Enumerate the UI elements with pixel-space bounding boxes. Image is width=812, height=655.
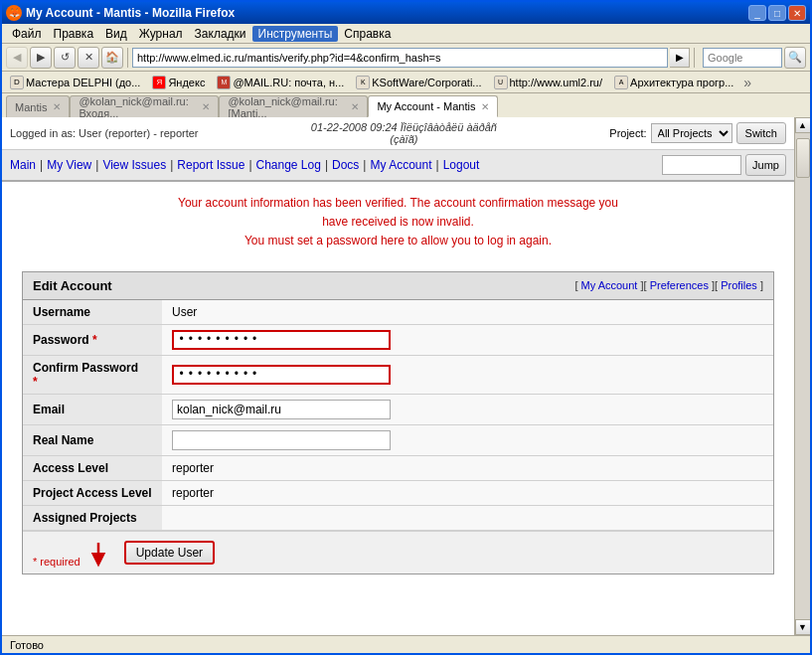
status-text: Готово <box>10 639 44 651</box>
bookmark-1[interactable]: D Мастера DELPHI (до... <box>6 75 144 90</box>
verify-line3: You must set a password here to allow yo… <box>22 232 774 250</box>
nav-myview[interactable]: My View <box>47 158 91 172</box>
tab-close-mantis[interactable]: ✕ <box>53 101 61 112</box>
label-accesslevel: Access Level <box>23 455 162 480</box>
value-realname <box>162 424 773 455</box>
scroll-down-button[interactable]: ▼ <box>795 619 811 635</box>
menu-edit[interactable]: Правка <box>48 26 100 42</box>
scrollbar: ▲ ▼ <box>794 117 810 635</box>
minimize-button[interactable]: _ <box>748 5 766 21</box>
nav-logout[interactable]: Logout <box>443 158 480 172</box>
jump-input[interactable] <box>662 155 741 175</box>
value-password <box>162 324 773 355</box>
field-confirm-password: Confirm Password * <box>23 355 773 394</box>
project-selector: Project: All Projects Switch <box>609 122 786 144</box>
maximize-button[interactable]: □ <box>768 5 786 21</box>
bookmarks-bar: D Мастера DELPHI (до... Я Яндекс M @MAIL… <box>2 72 810 93</box>
tab-mantis[interactable]: Mantis ✕ <box>6 95 70 117</box>
nav-docs[interactable]: Docs <box>332 158 359 172</box>
bookmark-4[interactable]: K KSoftWare/Corporati... <box>352 75 485 90</box>
tab-close-kolan2[interactable]: ✕ <box>351 101 359 112</box>
bookmarks-more[interactable]: » <box>743 75 751 90</box>
switch-button[interactable]: Switch <box>736 122 786 144</box>
label-username: Username <box>23 300 162 325</box>
menu-view[interactable]: Вид <box>99 26 133 42</box>
nav-myaccount[interactable]: My Account <box>370 158 431 172</box>
project-select[interactable]: All Projects <box>651 123 732 143</box>
form-title: Edit Account <box>33 278 112 293</box>
toolbar-separator-1 <box>127 48 128 68</box>
tab-kolan2[interactable]: @kolan_nick@mail.ru: [Manti... ✕ <box>219 95 368 117</box>
realname-input[interactable] <box>172 430 391 450</box>
update-user-button[interactable]: Update User <box>124 541 215 565</box>
forward-button[interactable]: ▶ <box>30 47 52 69</box>
logged-in-text: Logged in as: User (reporter) - reporter <box>10 127 199 139</box>
search-button[interactable]: 🔍 <box>784 47 806 69</box>
field-password: Password * <box>23 324 773 355</box>
label-realname: Real Name <box>23 424 162 455</box>
reload-button[interactable]: ↺ <box>54 47 76 69</box>
jump-button[interactable]: Jump <box>745 154 786 176</box>
bookmark-3[interactable]: M @MAIL.RU: почта, н... <box>213 75 348 90</box>
profiles-link[interactable]: Profiles <box>721 279 757 291</box>
password-input[interactable] <box>172 330 391 350</box>
form-header: Edit Account [ My Account ][ Preferences… <box>23 272 773 300</box>
tab-close-kolan1[interactable]: ✕ <box>202 101 210 112</box>
tab-label-myaccount: My Account - Mantis <box>377 100 475 112</box>
myaccount-link[interactable]: My Account <box>581 279 638 291</box>
email-input[interactable] <box>172 400 391 419</box>
scroll-track[interactable] <box>795 133 811 619</box>
field-email: Email <box>23 394 773 424</box>
tab-kolan1[interactable]: @kolan_nick@mail.ru: Входя... ✕ <box>70 95 219 117</box>
nav-reportissue[interactable]: Report Issue <box>177 158 244 172</box>
form-footer: * required Update User <box>23 531 773 573</box>
window-title: My Account - Mantis - Mozilla Firefox <box>26 6 235 20</box>
field-projectaccesslevel: Project Access Level reporter <box>23 480 773 505</box>
go-button[interactable]: ▶ <box>670 48 690 68</box>
label-password: Password * <box>23 324 162 355</box>
datetime-line2: (çàïã) <box>311 133 497 145</box>
label-confirm-password: Confirm Password * <box>23 355 162 394</box>
menu-history[interactable]: Журнал <box>133 26 189 42</box>
nav-main[interactable]: Main <box>10 158 36 172</box>
bookmark-icon-1: D <box>10 76 24 89</box>
menu-tools[interactable]: Инструменты <box>252 26 339 42</box>
tab-close-myaccount[interactable]: ✕ <box>481 101 489 112</box>
search-input[interactable] <box>703 48 782 68</box>
bookmark-label-4: KSoftWare/Corporati... <box>372 77 481 88</box>
back-button[interactable]: ◀ <box>6 47 28 69</box>
page-content: Logged in as: User (reporter) - reporter… <box>2 117 794 635</box>
value-accesslevel: reporter <box>162 455 773 480</box>
required-label: * required <box>33 556 81 568</box>
browser-icon: 🦊 <box>6 5 22 21</box>
field-realname: Real Name <box>23 424 773 455</box>
bookmark-icon-3: M <box>217 76 231 89</box>
close-button[interactable]: ✕ <box>788 5 806 21</box>
nav-viewissues[interactable]: View Issues <box>102 158 166 172</box>
bookmark-icon-6: А <box>614 76 628 89</box>
scroll-thumb[interactable] <box>796 138 810 178</box>
bookmark-5[interactable]: U http://www.uml2.ru/ <box>490 75 607 90</box>
scroll-up-button[interactable]: ▲ <box>795 117 811 133</box>
content-area: Logged in as: User (reporter) - reporter… <box>2 117 810 635</box>
confirm-password-input[interactable] <box>172 365 391 385</box>
stop-button[interactable]: ✕ <box>78 47 99 69</box>
menu-file[interactable]: Файл <box>6 26 48 42</box>
nav-changelog[interactable]: Change Log <box>256 158 321 172</box>
tab-myaccount[interactable]: My Account - Mantis ✕ <box>368 95 498 117</box>
accesslevel-value: reporter <box>172 461 214 475</box>
bookmark-6[interactable]: А Архитектура прогр... <box>610 75 737 90</box>
preferences-link[interactable]: Preferences <box>650 279 709 291</box>
arrow-icon <box>88 538 118 568</box>
bookmark-label-3: @MAIL.RU: почта, н... <box>233 77 344 88</box>
home-button[interactable]: 🏠 <box>101 47 123 69</box>
field-assignedprojects: Assigned Projects <box>23 505 773 530</box>
update-section: Update User <box>88 538 215 568</box>
label-projectaccesslevel: Project Access Level <box>23 480 162 505</box>
menubar: Файл Правка Вид Журнал Закладки Инструме… <box>2 24 810 44</box>
menu-help[interactable]: Справка <box>338 26 397 42</box>
datetime-block: 01-22-2008 09:24 Ïîëüçîâàòåëü àäðåñ (çàï… <box>311 121 497 145</box>
bookmark-2[interactable]: Я Яндекс <box>148 75 209 90</box>
tabs-bar: Mantis ✕ @kolan_nick@mail.ru: Входя... ✕… <box>2 93 810 117</box>
menu-bookmarks[interactable]: Закладки <box>189 26 252 42</box>
